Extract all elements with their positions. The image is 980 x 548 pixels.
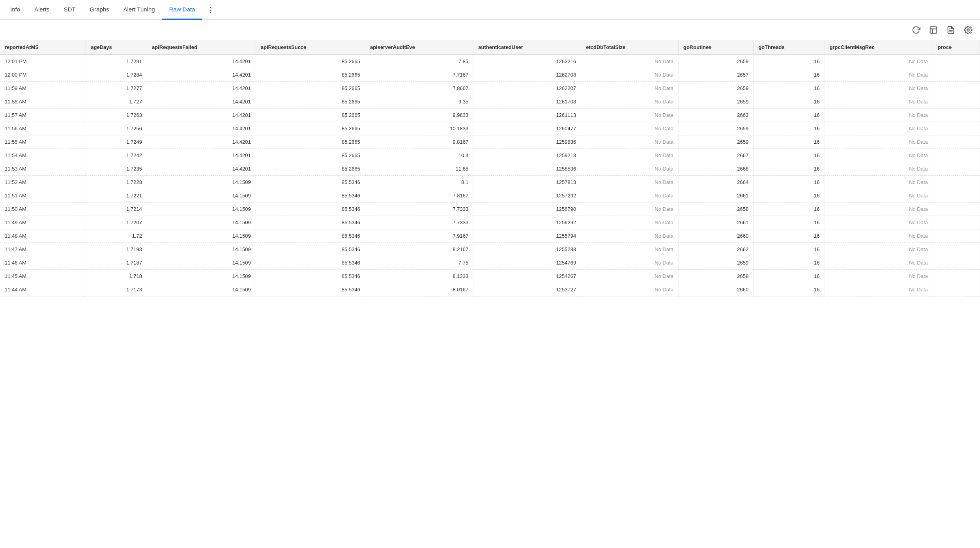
cell-apiRequestsFailed: 14.1509 [147, 283, 256, 297]
cell-apiRequestsSucce: 85.5346 [256, 216, 365, 229]
cell-apiRequestsSucce: 85.5346 [256, 270, 365, 283]
col-header-apiRequestsFailed[interactable]: apiRequestsFailed [147, 40, 256, 54]
cell-proce [933, 203, 980, 216]
cell-goRoutines: 2662 [678, 243, 753, 256]
cell-authenticatedUser: 1257813 [473, 176, 581, 189]
cell-goRoutines: 2659 [678, 256, 753, 270]
table-row: 12:00 PM 1.7284 14.4201 85.2665 7.7167 1… [0, 68, 980, 82]
cell-apiRequestsSucce: 85.5346 [256, 243, 365, 256]
cell-reportedAtMS: 11:55 AM [0, 135, 86, 149]
tab-sdt[interactable]: SDT [56, 0, 82, 20]
cell-reportedAtMS: 11:44 AM [0, 283, 86, 297]
cell-reportedAtMS: 11:57 AM [0, 109, 86, 122]
cell-apiRequestsFailed: 14.4201 [147, 95, 256, 109]
cell-proce [933, 229, 980, 243]
tab-graphs[interactable]: Graphs [82, 0, 116, 20]
col-header-proce[interactable]: proce [933, 40, 980, 54]
export-icon[interactable] [926, 23, 941, 37]
cell-goThreads: 16 [754, 82, 825, 95]
col-header-grpcClientMsgRec[interactable]: grpcClientMsgRec [825, 40, 933, 54]
cell-apiRequestsSucce: 85.5346 [256, 189, 365, 203]
cell-grpcClientMsgRec: No Data [825, 109, 933, 122]
cell-apiserverAuditEve: 8.1333 [365, 270, 473, 283]
cell-authenticatedUser: 1262207 [473, 82, 581, 95]
cell-ageDays: 1.7193 [86, 243, 147, 256]
data-table-container[interactable]: reportedAtMS ageDays apiRequestsFailed a… [0, 40, 980, 548]
cell-goThreads: 16 [754, 270, 825, 283]
cell-apiRequestsFailed: 14.1509 [147, 189, 256, 203]
cell-goThreads: 16 [754, 243, 825, 256]
cell-etcdDbTotalSize: No Data [581, 176, 679, 189]
table-row: 11:44 AM 1.7173 14.1509 85.5346 8.0167 1… [0, 283, 980, 297]
cell-proce [933, 283, 980, 297]
cell-apiRequestsFailed: 14.4201 [147, 109, 256, 122]
cell-ageDays: 1.7277 [86, 82, 147, 95]
cell-authenticatedUser: 1259213 [473, 149, 581, 162]
cell-ageDays: 1.7228 [86, 176, 147, 189]
cell-apiRequestsFailed: 14.1509 [147, 270, 256, 283]
cell-proce [933, 189, 980, 203]
cell-proce [933, 109, 980, 122]
cell-apiRequestsSucce: 85.5346 [256, 176, 365, 189]
cell-goThreads: 16 [754, 68, 825, 82]
table-row: 11:53 AM 1.7235 14.4201 85.2665 11.65 12… [0, 162, 980, 176]
tab-more-icon[interactable]: ⋮ [204, 0, 217, 20]
cell-goRoutines: 2661 [678, 189, 753, 203]
cell-grpcClientMsgRec: No Data [825, 122, 933, 135]
cell-apiRequestsSucce: 85.2665 [256, 54, 365, 68]
cell-etcdDbTotalSize: No Data [581, 122, 679, 135]
cell-authenticatedUser: 1260477 [473, 122, 581, 135]
cell-apiRequestsFailed: 14.4201 [147, 135, 256, 149]
cell-goThreads: 16 [754, 229, 825, 243]
cell-apiRequestsFailed: 14.1509 [147, 176, 256, 189]
cell-goRoutines: 2663 [678, 109, 753, 122]
cell-ageDays: 1.7173 [86, 283, 147, 297]
cell-reportedAtMS: 11:52 AM [0, 176, 86, 189]
cell-grpcClientMsgRec: No Data [825, 189, 933, 203]
cell-apiRequestsSucce: 85.5346 [256, 229, 365, 243]
cell-goThreads: 16 [754, 95, 825, 109]
tab-info[interactable]: Info [3, 0, 27, 20]
table-header-row: reportedAtMS ageDays apiRequestsFailed a… [0, 40, 980, 54]
cell-apiserverAuditEve: 9.8167 [365, 135, 473, 149]
table-row: 11:56 AM 1.7256 14.4201 85.2665 10.1833 … [0, 122, 980, 135]
cell-apiserverAuditEve: 7.8667 [365, 82, 473, 95]
refresh-icon[interactable] [909, 23, 923, 37]
csv-icon[interactable] [944, 23, 958, 37]
col-header-goRoutines[interactable]: goRoutines [678, 40, 753, 54]
cell-goThreads: 16 [754, 203, 825, 216]
tab-bar: Info Alerts SDT Graphs Alert Tuning Raw … [0, 0, 980, 20]
cell-reportedAtMS: 11:56 AM [0, 122, 86, 135]
cell-authenticatedUser: 1254267 [473, 270, 581, 283]
cell-apiserverAuditEve: 11.65 [365, 162, 473, 176]
cell-grpcClientMsgRec: No Data [825, 203, 933, 216]
cell-goRoutines: 2660 [678, 283, 753, 297]
cell-etcdDbTotalSize: No Data [581, 203, 679, 216]
cell-ageDays: 1.727 [86, 95, 147, 109]
table-row: 11:59 AM 1.7277 14.4201 85.2665 7.8667 1… [0, 82, 980, 95]
col-header-apiRequestsSucce[interactable]: apiRequestsSucce [256, 40, 365, 54]
table-row: 11:47 AM 1.7193 14.1509 85.5346 8.2167 1… [0, 243, 980, 256]
cell-apiserverAuditEve: 10.4 [365, 149, 473, 162]
tab-raw-data[interactable]: Raw Data [162, 0, 202, 20]
col-header-goThreads[interactable]: goThreads [754, 40, 825, 54]
cell-authenticatedUser: 1256790 [473, 203, 581, 216]
tab-alert-tuning[interactable]: Alert Tuning [116, 0, 162, 20]
col-header-etcdDbTotalSize[interactable]: etcdDbTotalSize [581, 40, 679, 54]
settings-icon[interactable] [961, 23, 975, 37]
cell-apiserverAuditEve: 7.7167 [365, 68, 473, 82]
col-header-apiserverAuditEve[interactable]: apiserverAuditEve [365, 40, 473, 54]
cell-grpcClientMsgRec: No Data [825, 68, 933, 82]
cell-authenticatedUser: 1255794 [473, 229, 581, 243]
cell-goThreads: 16 [754, 122, 825, 135]
cell-proce [933, 122, 980, 135]
cell-ageDays: 1.7214 [86, 203, 147, 216]
col-header-authenticatedUser[interactable]: authenticatedUser [473, 40, 581, 54]
cell-authenticatedUser: 1259836 [473, 135, 581, 149]
cell-goRoutines: 2664 [678, 176, 753, 189]
cell-goRoutines: 2659 [678, 135, 753, 149]
col-header-ageDays[interactable]: ageDays [86, 40, 147, 54]
cell-grpcClientMsgRec: No Data [825, 283, 933, 297]
col-header-reportedAtMS[interactable]: reportedAtMS [0, 40, 86, 54]
tab-alerts[interactable]: Alerts [27, 0, 56, 20]
